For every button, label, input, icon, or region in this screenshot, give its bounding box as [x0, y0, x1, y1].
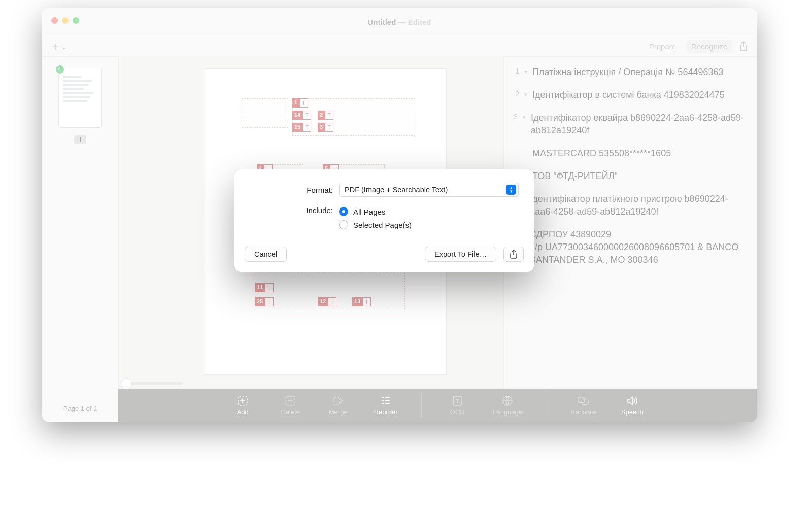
title-bar: Untitled — Edited: [42, 8, 757, 36]
toolbar: ＋ ⌄ Prepare Recognize: [42, 36, 757, 57]
plus-icon: ＋: [50, 40, 60, 53]
export-dialog: Format: PDF (Image + Searchable Text) ▴▾…: [234, 169, 534, 272]
disclosure-triangle-icon: ▾: [523, 114, 526, 121]
include-all-radio[interactable]: All Pages: [339, 207, 412, 216]
region-tag: 25T: [255, 297, 274, 306]
merge-icon: [332, 395, 344, 406]
result-item[interactable]: 1▾Платіжна інструкція / Операція № 56449…: [512, 66, 746, 79]
ocr-icon: [452, 395, 463, 406]
export-share-button[interactable]: [503, 247, 524, 262]
format-label: Format:: [250, 186, 339, 194]
add-icon: [237, 395, 248, 406]
result-item[interactable]: 3▾Ідентифікатор еквайра b8690224-2aa6-42…: [512, 112, 746, 137]
region-tag: 14T: [292, 111, 311, 120]
speech-tool[interactable]: Speech: [620, 393, 645, 418]
translate-tool[interactable]: Translate: [546, 393, 597, 418]
add-menu-button[interactable]: ＋ ⌄: [50, 40, 66, 53]
format-value: PDF (Image + Searchable Text): [345, 186, 448, 194]
include-label: Include:: [250, 206, 339, 215]
select-stepper-icon: ▴▾: [506, 185, 516, 195]
svg-rect-6: [582, 399, 588, 404]
page-thumbnail[interactable]: [58, 68, 102, 128]
ocr-tool[interactable]: OCR: [421, 393, 469, 418]
zoom-window-icon[interactable]: [73, 17, 79, 24]
reorder-tool[interactable]: Reorder: [374, 393, 398, 418]
region-tag: 1T: [292, 98, 308, 108]
delete-tool[interactable]: Delete: [278, 393, 302, 418]
radio-on-icon: [339, 207, 348, 216]
format-select[interactable]: PDF (Image + Searchable Text) ▴▾: [339, 183, 519, 197]
doc-title: Untitled: [368, 18, 396, 26]
cancel-button[interactable]: Cancel: [245, 247, 287, 262]
disclosure-triangle-icon: ▾: [524, 91, 527, 98]
region-tag: 11T: [255, 283, 274, 292]
doc-edited-badge: — Edited: [396, 18, 431, 26]
recognize-button[interactable]: Recognize: [686, 40, 732, 53]
share-button[interactable]: [737, 40, 750, 52]
translate-icon: [578, 395, 589, 406]
result-item[interactable]: ▾MASTERCARD 535508******1605: [512, 147, 746, 160]
thumbnail-sidebar: 1: [42, 56, 118, 389]
app-window: Untitled — Edited ＋ ⌄ Prepare Recognize …: [42, 8, 757, 422]
bottom-toolbar: Add Delete Merge Reorder OCR Language Tr…: [118, 389, 757, 422]
speaker-icon: [627, 395, 638, 406]
svg-rect-2: [333, 397, 340, 404]
result-item[interactable]: 2▾Ідентифікатор в системі банка 41983202…: [512, 89, 746, 101]
close-window-icon[interactable]: [51, 17, 58, 24]
window-title: Untitled — Edited: [368, 18, 431, 26]
chevron-down-icon: ⌄: [61, 44, 66, 51]
prepare-button[interactable]: Prepare: [644, 40, 681, 53]
include-selected-radio[interactable]: Selected Page(s): [339, 220, 412, 229]
language-tool[interactable]: Language: [493, 393, 522, 418]
page-thumbnail-number: 1: [51, 135, 109, 144]
add-tool[interactable]: Add: [230, 393, 255, 418]
zoom-slider[interactable]: [122, 382, 183, 385]
delete-icon: [285, 395, 296, 406]
region-tag: 12T: [318, 297, 336, 306]
recognized-region: [242, 98, 288, 128]
export-to-file-button[interactable]: Export To File…: [425, 247, 496, 262]
disclosure-triangle-icon: ▾: [524, 68, 527, 75]
reorder-icon: [380, 395, 391, 406]
region-tag: 13T: [352, 297, 371, 306]
radio-off-icon: [339, 220, 348, 229]
result-item[interactable]: ▾ТОВ "ФТД-РИТЕЙЛ": [512, 170, 746, 183]
minimize-window-icon[interactable]: [62, 17, 69, 24]
region-tag: 3T: [318, 123, 333, 132]
svg-rect-5: [578, 397, 585, 402]
region-tag: 15T: [292, 123, 311, 132]
region-tag: 2T: [318, 111, 333, 120]
traffic-lights: [51, 17, 79, 24]
page-indicator: Page 1 of 1: [42, 405, 118, 412]
result-item[interactable]: 7▾ЄДРПОУ 43890029 1/p UA7730034600000260…: [512, 228, 746, 266]
result-item[interactable]: ▾Ідентифікатор платіжного пристрою b8690…: [512, 193, 746, 218]
merge-tool[interactable]: Merge: [326, 393, 350, 418]
share-icon: [510, 250, 518, 259]
text-results-panel: 1▾Платіжна інструкція / Операція № 56449…: [503, 56, 757, 389]
share-icon: [739, 41, 748, 51]
globe-icon: [502, 395, 513, 406]
